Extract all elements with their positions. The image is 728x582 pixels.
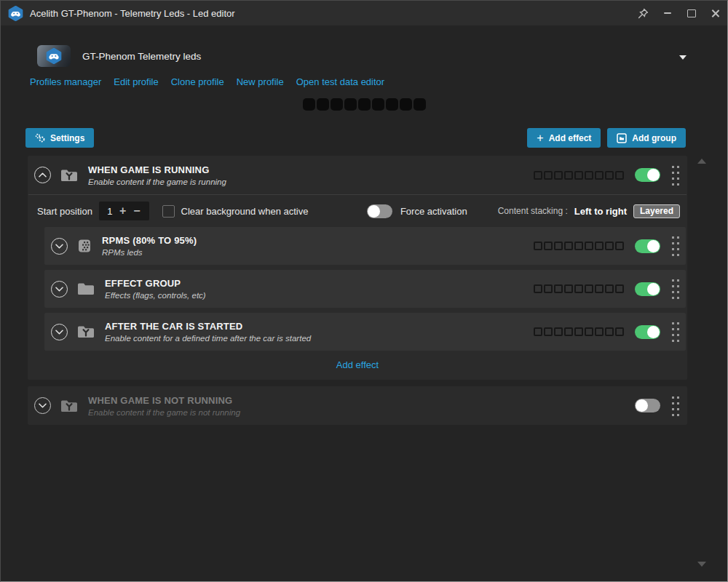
effect-subtitle: RPMs leds bbox=[102, 248, 197, 257]
app-logo-icon bbox=[8, 6, 23, 21]
panel-subtitle: Enable content if the game is not runnin… bbox=[88, 408, 240, 417]
led-matrix-icon bbox=[77, 239, 92, 253]
condition-folder-icon bbox=[60, 168, 78, 183]
panel-header: WHEN GAME IS RUNNING Enable content if t… bbox=[28, 156, 687, 194]
drag-handle[interactable] bbox=[671, 322, 680, 342]
profile-dropdown-caret-icon[interactable] bbox=[679, 55, 687, 60]
effect-enabled-toggle[interactable] bbox=[635, 325, 660, 339]
window-controls bbox=[631, 1, 727, 25]
decrement-button[interactable]: − bbox=[130, 205, 143, 217]
window-title: Acelith GT-Phenom - Telemetry Leds - Led… bbox=[30, 8, 235, 19]
stacking-mode-value[interactable]: Left to right bbox=[574, 206, 627, 217]
start-position-stepper: 1 + − bbox=[99, 202, 149, 220]
start-position-value[interactable]: 1 bbox=[104, 206, 116, 217]
new-profile-link[interactable]: New profile bbox=[237, 76, 284, 87]
led-indicator-row bbox=[532, 242, 624, 250]
scroll-up-arrow-icon[interactable] bbox=[697, 159, 706, 164]
effect-row-after-car-started: AFTER THE CAR IS STARTED Enable content … bbox=[44, 313, 686, 351]
effect-title-block: AFTER THE CAR IS STARTED Enable content … bbox=[105, 321, 311, 343]
force-activation-toggle[interactable] bbox=[367, 204, 392, 218]
start-position-label: Start position bbox=[37, 206, 92, 217]
condition-folder-icon bbox=[77, 324, 95, 339]
add-effect-button[interactable]: + Add effect bbox=[527, 128, 601, 148]
drag-handle[interactable] bbox=[671, 165, 680, 186]
maximize-button[interactable] bbox=[679, 1, 703, 25]
led-indicator-row bbox=[532, 327, 624, 336]
maximize-icon bbox=[687, 9, 696, 17]
panel-settings-row: Start position 1 + − Clear background wh… bbox=[28, 195, 687, 227]
chevron-down-icon bbox=[55, 244, 63, 249]
panel-when-game-is-running: WHEN GAME IS RUNNING Enable content if t… bbox=[28, 156, 687, 380]
clear-background-checkbox[interactable] bbox=[162, 205, 175, 218]
add-group-label: Add group bbox=[632, 133, 676, 143]
expand-button[interactable] bbox=[51, 324, 68, 340]
group-icon bbox=[617, 133, 627, 143]
close-button[interactable] bbox=[703, 1, 727, 25]
edit-profile-link[interactable]: Edit profile bbox=[114, 76, 158, 87]
effect-subtitle: Effects (flags, controls, etc) bbox=[105, 291, 206, 300]
panel-subtitle: Enable content if the game is running bbox=[88, 178, 226, 186]
panel-title: WHEN GAME IS RUNNING bbox=[88, 164, 226, 175]
folder-icon bbox=[77, 282, 95, 296]
open-test-data-editor-link[interactable]: Open test data editor bbox=[296, 76, 384, 87]
chevron-down-icon bbox=[55, 287, 63, 292]
chevron-up-icon bbox=[39, 172, 47, 178]
effect-title-block: EFFECT GROUP Effects (flags, controls, e… bbox=[105, 278, 206, 300]
force-activation-label: Force activation bbox=[400, 206, 467, 217]
title-bar: Acelith GT-Phenom - Telemetry Leds - Led… bbox=[1, 1, 727, 25]
add-effect-label: Add effect bbox=[549, 133, 592, 143]
settings-button[interactable]: Settings bbox=[25, 128, 94, 148]
expand-button[interactable] bbox=[51, 238, 68, 255]
app-window: Acelith GT-Phenom - Telemetry Leds - Led… bbox=[0, 0, 728, 582]
panel-when-game-is-not-running: WHEN GAME IS NOT RUNNING Enable content … bbox=[28, 386, 687, 425]
effect-row-right bbox=[532, 322, 680, 342]
effect-panels: WHEN GAME IS RUNNING Enable content if t… bbox=[28, 156, 687, 425]
led-indicator-row bbox=[532, 171, 624, 180]
expand-button[interactable] bbox=[51, 281, 68, 298]
panel-enabled-toggle[interactable] bbox=[635, 168, 660, 182]
effect-title-block: RPMS (80% TO 95%) RPMs leds bbox=[102, 235, 197, 257]
add-group-button[interactable]: Add group bbox=[607, 128, 686, 148]
effect-title: AFTER THE CAR IS STARTED bbox=[105, 321, 311, 332]
close-icon bbox=[711, 9, 719, 17]
toolbar: Settings + Add effect Add group bbox=[25, 128, 686, 148]
gamepad-badge-icon bbox=[46, 48, 62, 64]
scroll-down-arrow-icon[interactable] bbox=[697, 562, 706, 567]
clone-profile-link[interactable]: Clone profile bbox=[171, 76, 224, 87]
effect-title: EFFECT GROUP bbox=[105, 278, 206, 289]
led-indicator-row bbox=[532, 284, 624, 293]
condition-folder-icon bbox=[60, 399, 78, 413]
add-effect-link[interactable]: Add effect bbox=[28, 356, 687, 380]
content-stacking-label: Content stacking : bbox=[498, 206, 568, 216]
panel-title: WHEN GAME IS NOT RUNNING bbox=[88, 395, 240, 406]
effect-enabled-toggle[interactable] bbox=[635, 239, 660, 253]
increment-button[interactable]: + bbox=[116, 205, 130, 217]
layered-badge[interactable]: Layered bbox=[633, 204, 680, 218]
panel-header-right bbox=[532, 165, 680, 186]
expand-button[interactable] bbox=[34, 397, 51, 414]
pin-icon[interactable] bbox=[631, 1, 655, 25]
settings-label: Settings bbox=[50, 133, 84, 143]
profile-thumbnail[interactable] bbox=[37, 45, 71, 67]
gears-icon bbox=[35, 133, 45, 143]
plus-icon: + bbox=[537, 132, 543, 144]
content-stacking-group: Content stacking : Left to right Layered bbox=[498, 204, 683, 218]
minimize-icon bbox=[664, 12, 671, 14]
panel-title-block: WHEN GAME IS NOT RUNNING Enable content … bbox=[88, 395, 240, 417]
drag-handle[interactable] bbox=[671, 396, 680, 416]
profile-actions: Profiles manager Edit profile Clone prof… bbox=[30, 76, 727, 87]
drag-handle[interactable] bbox=[671, 279, 680, 299]
collapse-button[interactable] bbox=[34, 167, 51, 183]
effect-enabled-toggle[interactable] bbox=[635, 282, 660, 296]
led-preview-strip bbox=[1, 98, 727, 111]
effect-row-effect-group: EFFECT GROUP Effects (flags, controls, e… bbox=[44, 270, 686, 308]
panel-header-right bbox=[635, 396, 680, 416]
effect-row-rpms: RPMS (80% TO 95%) RPMs leds bbox=[44, 227, 686, 265]
panel-enabled-toggle[interactable] bbox=[635, 399, 660, 412]
profiles-manager-link[interactable]: Profiles manager bbox=[30, 76, 101, 87]
minimize-button[interactable] bbox=[655, 1, 679, 25]
drag-handle[interactable] bbox=[671, 236, 680, 256]
effect-subtitle: Enable content for a defined time after … bbox=[105, 334, 311, 343]
panel-title-block: WHEN GAME IS RUNNING Enable content if t… bbox=[88, 164, 226, 186]
toolbar-right: + Add effect Add group bbox=[527, 128, 686, 148]
